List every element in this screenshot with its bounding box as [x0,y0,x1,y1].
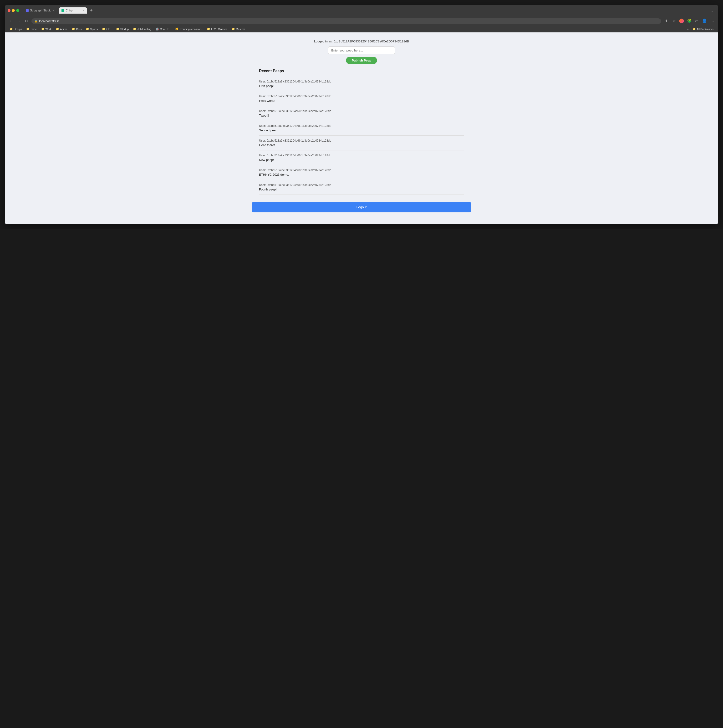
tab-close-button[interactable]: × [53,9,55,12]
peep-content: Tweet!! [259,114,464,117]
lock-icon: 🔒 [34,20,38,23]
bookmark-design[interactable]: 📁 Design [8,27,24,31]
folder-icon: 🤖 [156,28,159,31]
nav-buttons: ← → ↻ [8,18,29,24]
navigation-bar: ← → ↻ 🔒 localhost:3000 ⬆ ☆ 🧩 ▭ 👤 ⋯ [5,16,718,26]
tab-favicon-chirp [61,9,64,12]
bookmark-icon[interactable]: ☆ [671,18,677,24]
minimize-button[interactable] [12,9,15,12]
more-menu-button[interactable]: ⋯ [709,18,715,24]
bookmark-gpt[interactable]: 📁 GPT [100,27,114,31]
bookmark-label: Masters [236,28,245,31]
recent-peeps-title: Recent Peeps [259,69,464,73]
bookmark-fa23[interactable]: 📁 Fa23 Classes [205,27,229,31]
bookmark-label: Job Hunting [137,28,151,31]
peep-content: Second peep. [259,128,464,132]
bookmark-label: GPT [106,28,112,31]
bookmark-work[interactable]: 📁 Work [39,27,53,31]
bookmark-label: ChatGPT [160,28,171,31]
folder-icon: 📁 [86,28,89,31]
title-bar: Subgraph Studio × Chirp × + ⌄ [5,5,718,16]
bookmark-code[interactable]: 📁 Code [24,27,38,31]
browser-window: Subgraph Studio × Chirp × + ⌄ ← → ↻ 🔒 lo… [5,5,718,224]
avatar-button[interactable] [678,18,685,24]
folder-icon: 📁 [207,28,210,31]
logout-button[interactable]: Logout [252,202,471,213]
new-tab-button[interactable]: + [88,7,95,14]
bookmark-label: Code [31,28,37,31]
refresh-button[interactable]: ↻ [23,18,29,24]
bookmark-job-hunting[interactable]: 📁 Job Hunting [131,27,153,31]
peep-user: User: 0xdbb518a9fc8361204b66f1c3e0ce2d07… [259,109,464,113]
bookmark-label: Work [46,28,52,31]
folder-icon: 📁 [9,28,13,31]
tab-chirp[interactable]: Chirp × [59,8,87,14]
folder-icon: 📁 [26,28,29,31]
extensions-icon[interactable]: 🧩 [686,18,692,24]
bookmark-masters[interactable]: 📁 Masters [230,27,247,31]
back-button[interactable]: ← [8,18,14,24]
bookmark-anime[interactable]: 📁 Anime [54,27,69,31]
app-header: Logged in as: 0xdBb518A9FC8361204B66f1C3… [9,40,714,64]
tab-subgraph-studio[interactable]: Subgraph Studio × [23,8,58,14]
peep-user: User: 0xdbb518a9fc8361204b66f1c3e0ce2d07… [259,183,464,187]
forward-button[interactable]: → [15,18,22,24]
peep-content: New peep! [259,158,464,162]
logout-container: Logout [247,197,476,217]
user-profile-icon[interactable]: 👤 [701,18,708,24]
bookmarks-more-button[interactable]: » [686,27,690,31]
folder-icon: 📁 [102,28,105,31]
bookmark-startup[interactable]: 📁 Startup [114,27,131,31]
peep-user: User: 0xdbb518a9fc8361204b66f1c3e0ce2d07… [259,154,464,157]
all-bookmarks-label: All Bookmarks [697,28,714,31]
user-avatar [679,18,684,23]
peep-item-3: User: 0xdbb518a9fc8361204b66f1c3e0ce2d07… [259,121,464,136]
tab-label: Subgraph Studio [30,9,51,12]
peep-item-4: User: 0xdbb518a9fc8361204b66f1c3e0ce2d07… [259,136,464,150]
folder-icon: 📁 [56,28,59,31]
close-button[interactable] [8,9,11,12]
peep-user: User: 0xdbb518a9fc8361204b66f1c3e0ce2d07… [259,95,464,98]
bookmark-label: Fa23 Classes [211,28,227,31]
maximize-button[interactable] [16,9,19,12]
tab-favicon [26,9,29,12]
tab-chirp-close-button[interactable]: × [82,9,84,12]
sidebar-icon[interactable]: ▭ [694,18,700,24]
address-bar[interactable]: 🔒 localhost:3000 [31,18,661,24]
peep-user: User: 0xdbb518a9fc8361204b66f1c3e0ce2d07… [259,80,464,83]
peep-item-7: User: 0xdbb518a9fc8361204b66f1c3e0ce2d07… [259,180,464,195]
bookmark-label: Anime [60,28,67,31]
peep-content: Fifth peep!! [259,84,464,88]
folder-icon: 📁 [232,28,235,31]
peep-content: Fourth peep!! [259,188,464,191]
bookmark-label: Trending repositor... [179,28,203,31]
folder-icon: 📁 [116,28,119,31]
peep-user: User: 0xdbb518a9fc8361204b66f1c3e0ce2d07… [259,124,464,127]
nav-right-icons: ⬆ ☆ 🧩 ▭ 👤 ⋯ [663,18,715,24]
peep-user: User: 0xdbb518a9fc8361204b66f1c3e0ce2d07… [259,139,464,142]
folder-icon: 📁 [72,28,75,31]
all-bookmarks-icon: 📁 [692,28,696,31]
folder-icon: 🐱 [175,28,179,31]
bookmark-chatgpt[interactable]: 🤖 ChatGPT [154,27,173,31]
bookmark-trending[interactable]: 🐱 Trending repositor... [173,27,205,31]
peep-content: ETHNYC 2023 demo. [259,173,464,176]
all-bookmarks-button[interactable]: 📁 All Bookmarks [691,27,715,31]
peep-content: Hello there! [259,143,464,147]
bookmark-label: Sports [90,28,98,31]
bookmark-label: Cars [76,28,81,31]
logged-in-text: Logged in as: 0xdBb518A9FC8361204B66f1C3… [9,40,714,43]
address-text: localhost:3000 [39,19,59,23]
share-icon[interactable]: ⬆ [663,18,670,24]
bookmarks-bar: 📁 Design 📁 Code 📁 Work 📁 Anime 📁 Cars 📁 … [5,26,718,32]
traffic-lights [8,9,19,12]
peep-item-5: User: 0xdbb518a9fc8361204b66f1c3e0ce2d07… [259,150,464,165]
tab-label-chirp: Chirp [66,9,73,12]
recent-peeps-section: Recent Peeps User: 0xdbb518a9fc8361204b6… [254,69,469,195]
peep-input[interactable] [328,46,395,54]
tab-list-button[interactable]: ⌄ [709,7,715,14]
publish-button[interactable]: Publish Peep [346,57,377,64]
bookmark-sports[interactable]: 📁 Sports [84,27,99,31]
peep-item-0: User: 0xdbb518a9fc8361204b66f1c3e0ce2d07… [259,76,464,91]
bookmark-cars[interactable]: 📁 Cars [70,27,83,31]
